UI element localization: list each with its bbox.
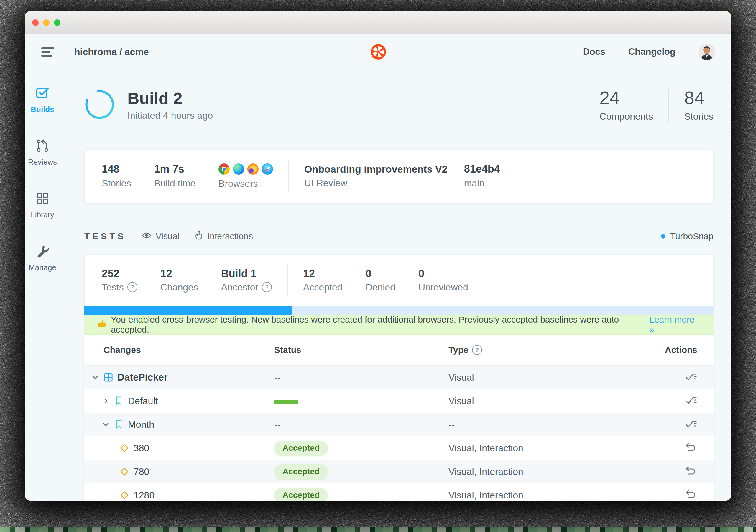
type-text: Visual, Interaction: [448, 443, 661, 454]
build-progress-fill: [84, 306, 292, 315]
table-row-1280[interactable]: 1280 Accepted Visual, Interaction: [84, 483, 714, 501]
column-changes: Changes: [84, 345, 274, 355]
bookmark-icon: [114, 420, 123, 429]
close-window-button[interactable]: [32, 19, 39, 26]
banner-text: You enabled cross-browser testing. New b…: [111, 315, 646, 335]
sidebar-item-label: Reviews: [28, 158, 57, 167]
ancestor-build: Build 1 Ancestor ?: [221, 268, 272, 293]
diamond-icon: [120, 443, 129, 453]
sidebar-item-label: Manage: [29, 263, 56, 272]
component-grid-icon: [103, 373, 113, 382]
window-titlebar: [25, 11, 731, 34]
browsers-stat: Browsers: [219, 164, 273, 189]
minimize-window-button[interactable]: [43, 19, 49, 26]
sidebar-item-builds[interactable]: Builds: [31, 86, 54, 114]
build-summary-card: 148 Stories 1m 7s Build time Browsers: [84, 149, 714, 203]
pointer-hand-icon: [195, 231, 203, 242]
tests-stats-card: 252 Tests ? 12 Changes Build 1 Ancestor …: [84, 255, 714, 306]
zoom-window-button[interactable]: [54, 19, 61, 26]
sidebar-item-library[interactable]: Library: [31, 191, 54, 219]
build-progress-bar: [84, 306, 714, 315]
table-header: Changes Status Type ? Actions: [84, 335, 714, 366]
build-subtitle: Initiated 4 hours ago: [127, 110, 213, 121]
divider: [288, 160, 289, 192]
chrome-icon: [219, 164, 230, 175]
menu-icon[interactable]: [41, 46, 56, 58]
cross-browser-banner: You enabled cross-browser testing. New b…: [84, 315, 714, 335]
column-actions: Actions: [665, 345, 697, 355]
changes-count: 12 Changes: [160, 268, 198, 293]
build-time-stat: 1m 7s Build time: [154, 164, 196, 189]
row-label: 1280: [134, 490, 154, 501]
noise-green-strip: [0, 527, 756, 532]
help-icon[interactable]: ?: [472, 345, 482, 355]
build-progress-spinner: [84, 89, 115, 121]
row-label: 380: [134, 443, 149, 454]
row-label: DatePicker: [117, 372, 168, 383]
undo-icon[interactable]: [684, 442, 697, 453]
type-text: --: [448, 419, 661, 430]
unreviewed-count: 0 Unreviewed: [418, 268, 468, 293]
safari-icon: [262, 164, 273, 175]
checklist-icon[interactable]: [684, 418, 697, 430]
turbosnap-dot-icon: [661, 234, 665, 239]
ancestor-build-link[interactable]: Build 1: [221, 268, 272, 279]
row-label: 780: [134, 466, 149, 477]
help-icon[interactable]: ?: [262, 282, 272, 292]
turbosnap-status[interactable]: TurboSnap: [661, 231, 714, 241]
visual-filter[interactable]: Visual: [142, 231, 179, 241]
stories-stat: 148 Stories: [102, 164, 131, 189]
diamond-icon: [120, 491, 129, 500]
commit-info: 81e4b4 main: [464, 164, 500, 189]
status-text: --: [274, 372, 281, 383]
divider: [287, 264, 288, 297]
tests-count: 252 Tests ?: [102, 268, 137, 293]
wrench-icon: [36, 244, 49, 259]
sidebar-item-manage[interactable]: Manage: [29, 244, 56, 272]
checklist-icon[interactable]: [684, 394, 697, 406]
status-text: --: [274, 419, 281, 430]
bookmark-icon: [114, 396, 123, 406]
sidebar: Builds Reviews: [25, 70, 60, 501]
changelog-link[interactable]: Changelog: [628, 46, 676, 57]
tests-section-header: TESTS Visual: [84, 229, 714, 243]
divider: [668, 89, 669, 122]
sidebar-item-reviews[interactable]: Reviews: [28, 139, 57, 167]
diamond-icon: [120, 467, 129, 476]
accepted-count: 12 Accepted: [303, 268, 342, 293]
docs-link[interactable]: Docs: [583, 46, 605, 57]
checklist-icon[interactable]: [684, 371, 697, 383]
interactions-filter[interactable]: Interactions: [195, 231, 253, 242]
column-status: Status: [274, 345, 448, 355]
changes-table: Changes Status Type ? Actions: [84, 335, 714, 501]
stories-count: 84 Stories: [684, 89, 714, 122]
table-row-default[interactable]: Default Visual: [84, 389, 714, 413]
type-text: Visual, Interaction: [448, 490, 661, 501]
chevron-right-icon[interactable]: [102, 397, 110, 405]
table-row-datepicker[interactable]: DatePicker -- Visual: [84, 366, 714, 389]
type-text: Visual, Interaction: [448, 466, 661, 477]
chevron-down-icon[interactable]: [102, 421, 110, 428]
denied-count: 0 Denied: [365, 268, 395, 293]
branch-link[interactable]: Onboarding improvements V2: [304, 164, 447, 174]
build-header: Build 2 Initiated 4 hours ago 24 Compone…: [84, 86, 714, 124]
learn-more-link[interactable]: Learn more »: [649, 315, 701, 335]
org-project-breadcrumb[interactable]: hichroma / acme: [74, 46, 149, 58]
help-icon[interactable]: ?: [127, 282, 137, 292]
undo-icon[interactable]: [684, 465, 697, 477]
commit-link[interactable]: 81e4b4: [464, 164, 500, 174]
chevron-down-icon[interactable]: [92, 373, 99, 381]
table-row-380[interactable]: 380 Accepted Visual, Interaction: [84, 436, 714, 460]
user-avatar[interactable]: [698, 44, 715, 60]
edge-icon: [233, 164, 244, 175]
table-row-month[interactable]: Month -- --: [84, 413, 714, 436]
table-row-780[interactable]: 780 Accepted Visual, Interaction: [84, 460, 714, 483]
thumbs-up-icon: [97, 319, 107, 331]
undo-icon[interactable]: [684, 489, 697, 500]
main-content: Build 2 Initiated 4 hours ago 24 Compone…: [60, 70, 731, 501]
type-text: Visual: [448, 395, 661, 407]
builds-check-icon: [36, 86, 49, 101]
row-label: Month: [128, 419, 154, 430]
chromatic-logo-icon[interactable]: [371, 44, 386, 60]
grid-icon: [36, 191, 49, 206]
